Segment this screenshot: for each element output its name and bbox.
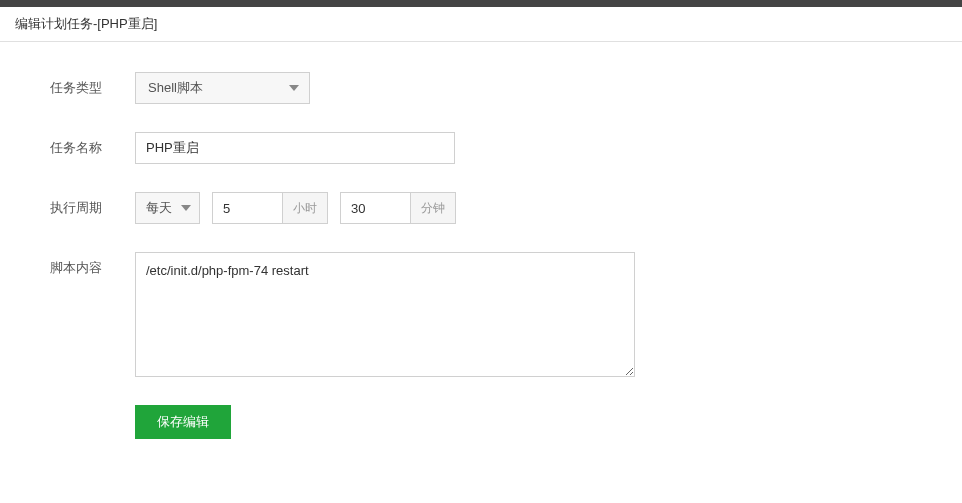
select-frequency-value: 每天 — [146, 199, 172, 217]
suffix-hour: 小时 — [282, 192, 328, 224]
input-group-minute: 分钟 — [340, 192, 456, 224]
label-task-type: 任务类型 — [50, 72, 135, 97]
input-group-hour: 小时 — [212, 192, 328, 224]
caret-down-icon — [289, 85, 299, 91]
top-bar — [0, 0, 962, 7]
button-row: 保存编辑 — [135, 405, 912, 439]
select-task-type[interactable]: Shell脚本 — [135, 72, 310, 104]
row-cycle: 执行周期 每天 小时 分钟 — [50, 192, 912, 224]
select-task-type-value: Shell脚本 — [148, 79, 203, 97]
caret-down-icon — [181, 205, 191, 211]
label-cycle: 执行周期 — [50, 192, 135, 217]
form-container: 任务类型 Shell脚本 任务名称 执行周期 每天 小时 — [0, 42, 962, 469]
row-task-name: 任务名称 — [50, 132, 912, 164]
save-button[interactable]: 保存编辑 — [135, 405, 231, 439]
row-script: 脚本内容 — [50, 252, 912, 377]
input-minute[interactable] — [340, 192, 410, 224]
input-task-name[interactable] — [135, 132, 455, 164]
page-title: 编辑计划任务-[PHP重启] — [15, 16, 157, 31]
page-header: 编辑计划任务-[PHP重启] — [0, 7, 962, 42]
suffix-minute: 分钟 — [410, 192, 456, 224]
row-task-type: 任务类型 Shell脚本 — [50, 72, 912, 104]
label-script: 脚本内容 — [50, 252, 135, 277]
label-task-name: 任务名称 — [50, 132, 135, 157]
input-hour[interactable] — [212, 192, 282, 224]
select-frequency[interactable]: 每天 — [135, 192, 200, 224]
textarea-script[interactable] — [135, 252, 635, 377]
